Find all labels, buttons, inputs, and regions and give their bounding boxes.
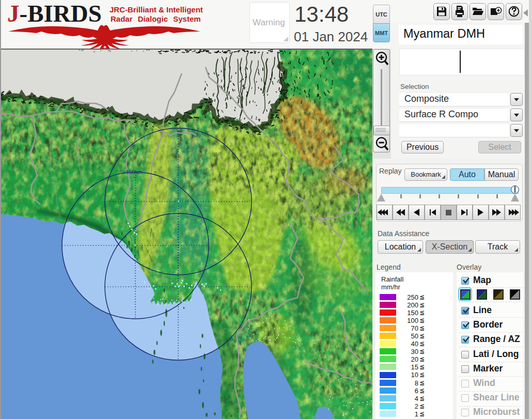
svg-text:450km: 450km <box>126 169 143 175</box>
